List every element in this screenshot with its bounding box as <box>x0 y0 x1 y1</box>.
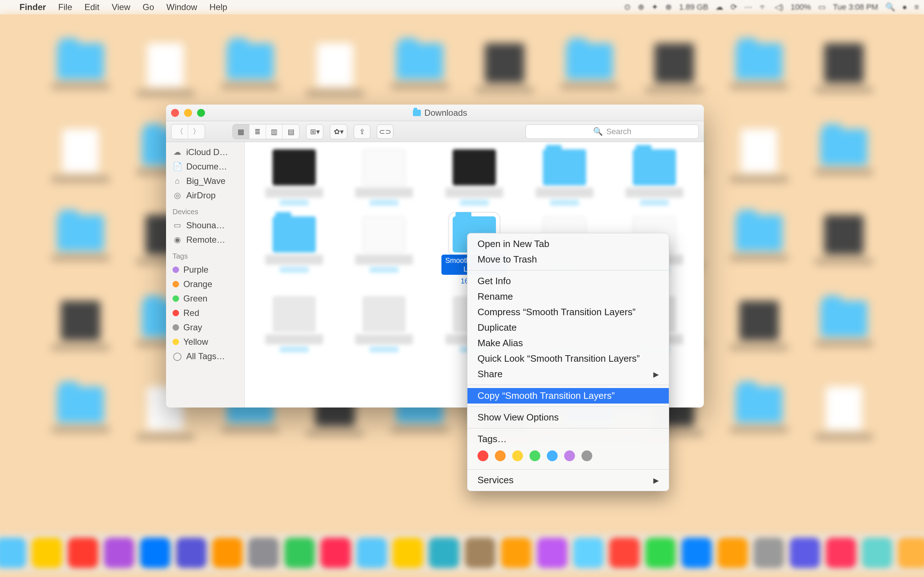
sidebar-tag-red[interactable]: Red <box>166 306 244 320</box>
sidebar-device-remote[interactable]: ◉Remote… <box>166 233 244 247</box>
column-view-button[interactable]: ▥ <box>266 124 283 139</box>
file-item[interactable] <box>346 216 423 285</box>
file-item[interactable] <box>346 149 423 206</box>
sidebar-item-docume[interactable]: 📄Docume… <box>166 160 244 174</box>
context-item-duplicate[interactable]: Duplicate <box>467 320 669 335</box>
dock-app-icon[interactable] <box>393 538 423 568</box>
file-item[interactable] <box>526 149 603 206</box>
minimize-button[interactable] <box>184 109 192 117</box>
dock[interactable] <box>0 533 924 573</box>
dock-app-icon[interactable] <box>68 538 98 568</box>
file-item[interactable] <box>346 296 423 352</box>
finder-titlebar[interactable]: Downloads <box>166 105 704 121</box>
context-tag-color[interactable] <box>478 450 488 461</box>
list-view-button[interactable]: ≣ <box>249 124 266 139</box>
context-item-move-to-trash[interactable]: Move to Trash <box>467 252 669 267</box>
sidebar-item-icloudd[interactable]: ☁iCloud D… <box>166 145 244 160</box>
context-item-open-in-new-tab[interactable]: Open in New Tab <box>467 236 669 252</box>
dock-app-icon[interactable] <box>284 538 315 568</box>
sidebar-tag-green[interactable]: Green <box>166 292 244 306</box>
finder-search[interactable]: 🔍 Search <box>525 124 699 139</box>
sidebar-item-big_wave[interactable]: ⌂Big_Wave <box>166 174 244 188</box>
context-separator <box>467 469 669 469</box>
context-tag-color[interactable] <box>547 450 558 461</box>
dock-app-icon[interactable] <box>501 538 531 568</box>
context-item-label: Rename <box>478 291 513 302</box>
icon-view-button[interactable]: ▦ <box>233 124 249 139</box>
dock-app-icon[interactable] <box>826 538 856 568</box>
share-button[interactable]: ⇪ <box>354 124 370 139</box>
dock-app-icon[interactable] <box>0 538 26 568</box>
file-item[interactable] <box>436 149 513 206</box>
context-tag-color[interactable] <box>564 450 575 461</box>
zoom-button[interactable] <box>197 109 205 117</box>
context-tag-color[interactable] <box>495 450 506 461</box>
gallery-view-button[interactable]: ▤ <box>283 124 299 139</box>
tag-dot-icon <box>173 310 179 316</box>
context-tag-color[interactable] <box>582 450 592 461</box>
dock-app-icon[interactable] <box>176 538 207 568</box>
dock-app-icon[interactable] <box>862 538 892 568</box>
arrange-button[interactable]: ⊞▾ <box>307 124 323 139</box>
sidebar-tag-gray[interactable]: Gray <box>166 320 244 335</box>
context-item-share[interactable]: Share▶ <box>467 366 669 382</box>
dock-app-icon[interactable] <box>357 538 387 568</box>
forward-button[interactable]: 〉 <box>188 124 205 139</box>
context-item-label: Share <box>478 369 502 380</box>
menubar-edit[interactable]: Edit <box>84 2 99 12</box>
context-item-make-alias[interactable]: Make Alias <box>467 335 669 351</box>
file-item[interactable] <box>255 296 333 352</box>
dock-app-icon[interactable] <box>717 538 748 568</box>
dock-app-icon[interactable] <box>609 538 640 568</box>
context-item-services[interactable]: Services▶ <box>467 472 669 488</box>
context-item-copy-smooth-transition-layers[interactable]: Copy “Smooth Transition Layers” <box>467 388 669 403</box>
submenu-arrow-icon: ▶ <box>653 370 659 379</box>
sidebar-tag-orange[interactable]: Orange <box>166 277 244 292</box>
sidebar-tag-yellow[interactable]: Yellow <box>166 335 244 349</box>
file-item[interactable] <box>255 149 333 206</box>
context-item-get-info[interactable]: Get Info <box>467 273 669 289</box>
context-menu: Open in New TabMove to TrashGet InfoRena… <box>467 233 669 491</box>
window-traffic-lights <box>171 109 205 117</box>
context-tag-color[interactable] <box>530 450 540 461</box>
menubar-app-name[interactable]: Finder <box>19 2 46 12</box>
context-item-compress-smooth-transition-layers[interactable]: Compress “Smooth Transition Layers” <box>467 305 669 320</box>
action-button[interactable]: ✿▾ <box>330 124 347 139</box>
menubar-go[interactable]: Go <box>142 2 154 12</box>
dock-app-icon[interactable] <box>248 538 279 568</box>
sidebar-device-shouna[interactable]: ▭Shouna… <box>166 218 244 233</box>
menubar-window[interactable]: Window <box>166 2 197 12</box>
dock-app-icon[interactable] <box>790 538 820 568</box>
dock-app-icon[interactable] <box>140 538 170 568</box>
dock-app-icon[interactable] <box>682 538 712 568</box>
menubar-file[interactable]: File <box>58 2 72 12</box>
dock-app-icon[interactable] <box>645 538 676 568</box>
dock-app-icon[interactable] <box>320 538 351 568</box>
back-button[interactable]: 〈 <box>171 124 188 139</box>
close-button[interactable] <box>171 109 179 117</box>
dock-app-icon[interactable] <box>537 538 567 568</box>
dock-app-icon[interactable] <box>754 538 784 568</box>
context-item-tags[interactable]: Tags… <box>467 431 669 447</box>
context-item-show-view-options[interactable]: Show View Options <box>467 410 669 425</box>
dock-app-icon[interactable] <box>898 538 924 568</box>
sidebar-tag-alltags[interactable]: ◯All Tags… <box>166 349 244 364</box>
dock-app-icon[interactable] <box>104 538 134 568</box>
tags-button[interactable]: ⊂⊃ <box>377 124 393 139</box>
dock-app-icon[interactable] <box>429 538 459 568</box>
dock-app-icon[interactable] <box>32 538 62 568</box>
menubar-help[interactable]: Help <box>209 2 227 12</box>
context-tag-color[interactable] <box>512 450 523 461</box>
menubar-view[interactable]: View <box>111 2 130 12</box>
file-item[interactable] <box>616 149 693 206</box>
context-item-quick-look-smooth-transition-layers[interactable]: Quick Look “Smooth Transition Layers” <box>467 351 669 366</box>
sidebar-item-airdrop[interactable]: ◎AirDrop <box>166 188 244 203</box>
dock-app-icon[interactable] <box>573 538 604 568</box>
dock-app-icon[interactable] <box>212 538 242 568</box>
context-item-label: Show View Options <box>478 412 559 423</box>
context-item-label: Open in New Tab <box>478 239 549 250</box>
dock-app-icon[interactable] <box>465 538 495 568</box>
sidebar-tag-purple[interactable]: Purple <box>166 263 244 277</box>
file-item[interactable] <box>255 216 333 285</box>
context-item-rename[interactable]: Rename <box>467 289 669 305</box>
